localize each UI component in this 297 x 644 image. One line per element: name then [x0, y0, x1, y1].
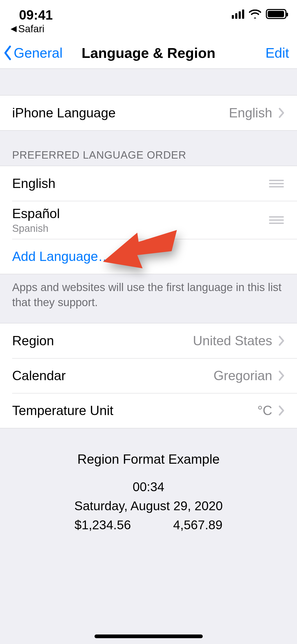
calendar-row[interactable]: Calendar Gregorian	[0, 358, 297, 393]
add-language-row[interactable]: Add Language…	[0, 239, 297, 274]
language-row-spanish[interactable]: Español Spanish	[0, 201, 297, 239]
battery-icon	[266, 9, 286, 19]
iphone-language-value: English	[229, 105, 272, 121]
region-label: Region	[12, 333, 54, 348]
example-date: Saturday, August 29, 2020	[0, 496, 297, 516]
chevron-right-icon	[279, 335, 285, 346]
iphone-language-row[interactable]: iPhone Language English	[0, 95, 297, 130]
preferred-order-header: Preferred Language Order	[0, 131, 297, 166]
page-title: Language & Region	[82, 45, 215, 61]
example-heading: Region Format Example	[0, 452, 297, 467]
iphone-language-section: iPhone Language English	[0, 95, 297, 131]
temperature-row[interactable]: Temperature Unit °C	[0, 393, 297, 428]
add-language-label: Add Language…	[12, 249, 111, 264]
example-time: 00:34	[0, 477, 297, 496]
temperature-value: °C	[257, 403, 272, 418]
preferred-order-section: English Español Spanish Add Language…	[0, 166, 297, 274]
calendar-label: Calendar	[12, 368, 66, 383]
chevron-left-icon	[3, 45, 13, 61]
cellular-signal-icon	[232, 10, 244, 19]
back-button[interactable]: General	[3, 45, 63, 61]
language-subtitle: Spanish	[12, 223, 60, 234]
calendar-value: Gregorian	[214, 368, 272, 383]
chevron-right-icon	[279, 370, 285, 381]
region-row[interactable]: Region United States	[0, 323, 297, 358]
return-to-app[interactable]: ◀ Safari	[11, 23, 44, 35]
back-button-label: General	[14, 45, 63, 61]
example-number: 4,567.89	[173, 516, 223, 535]
example-currency: $1,234.56	[74, 516, 131, 535]
preferred-order-footer: Apps and websites will use the first lan…	[0, 274, 297, 323]
language-title: English	[12, 176, 55, 191]
drag-handle-icon[interactable]	[269, 180, 285, 187]
status-time: 09:41	[19, 7, 53, 23]
language-row-english[interactable]: English	[0, 166, 297, 201]
region-format-example: Region Format Example 00:34 Saturday, Au…	[0, 428, 297, 535]
edit-button[interactable]: Edit	[265, 45, 289, 61]
status-indicators	[232, 9, 286, 19]
chevron-right-icon	[279, 405, 285, 416]
drag-handle-icon[interactable]	[269, 216, 285, 224]
chevron-right-icon	[279, 108, 285, 118]
region-settings-section: Region United States Calendar Gregorian …	[0, 323, 297, 428]
status-bar: 09:41 ◀ Safari	[0, 0, 297, 37]
back-triangle-icon: ◀	[11, 24, 17, 33]
navigation-bar: General Language & Region Edit	[0, 37, 297, 69]
home-indicator[interactable]	[95, 634, 203, 638]
language-title: Español	[12, 206, 60, 221]
return-to-app-label: Safari	[18, 23, 44, 35]
iphone-language-label: iPhone Language	[12, 105, 116, 121]
region-value: United States	[193, 333, 272, 348]
temperature-label: Temperature Unit	[12, 403, 114, 418]
wifi-icon	[249, 10, 261, 19]
